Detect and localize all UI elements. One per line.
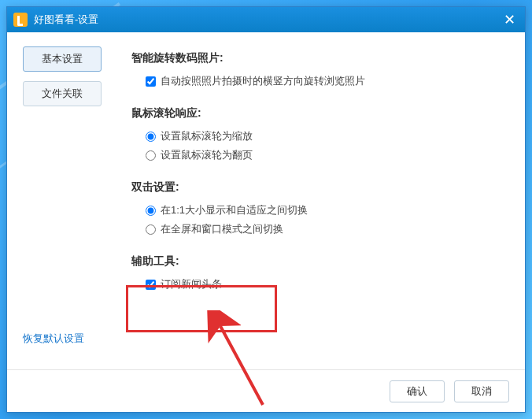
section-title-rotate: 智能旋转数码照片: bbox=[131, 51, 509, 65]
label-dbl-fullscreen: 在全屏和窗口模式之间切换 bbox=[161, 222, 283, 236]
label-news: 订阅新闻头条 bbox=[161, 277, 222, 291]
section-wheel: 鼠标滚轮响应: 设置鼠标滚轮为缩放 设置鼠标滚轮为翻页 bbox=[131, 106, 509, 165]
settings-dialog: 好图看看-设置 ✕ 基本设置 文件关联 智能旋转数码照片: 自动按照照片拍摄时的… bbox=[6, 6, 526, 413]
section-dblclick: 双击设置: 在1:1大小显示和自适应之间切换 在全屏和窗口模式之间切换 bbox=[131, 180, 509, 239]
radio-dbl-fullscreen[interactable] bbox=[146, 224, 156, 235]
label-wheel-page: 设置鼠标滚轮为翻页 bbox=[161, 148, 253, 162]
footer: 确认 取消 bbox=[7, 369, 525, 412]
section-title-wheel: 鼠标滚轮响应: bbox=[131, 106, 509, 121]
opt-news[interactable]: 订阅新闻头条 bbox=[131, 275, 509, 294]
ok-button[interactable]: 确认 bbox=[390, 380, 445, 402]
section-assist: 辅助工具: 订阅新闻头条 bbox=[131, 254, 509, 294]
opt-wheel-zoom[interactable]: 设置鼠标滚轮为缩放 bbox=[131, 127, 509, 146]
checkbox-news[interactable] bbox=[146, 280, 156, 290]
app-logo-icon bbox=[13, 13, 28, 27]
radio-wheel-zoom[interactable] bbox=[146, 132, 156, 142]
sidebar-item-assoc[interactable]: 文件关联 bbox=[23, 81, 102, 106]
section-rotate: 智能旋转数码照片: 自动按照照片拍摄时的横竖方向旋转浏览照片 bbox=[131, 51, 509, 91]
section-title-dblclick: 双击设置: bbox=[131, 180, 509, 195]
titlebar: 好图看看-设置 ✕ bbox=[7, 7, 525, 32]
opt-dbl-fullscreen[interactable]: 在全屏和窗口模式之间切换 bbox=[131, 220, 509, 239]
opt-dbl-fit[interactable]: 在1:1大小显示和自适应之间切换 bbox=[131, 201, 509, 220]
radio-dbl-fit[interactable] bbox=[146, 206, 156, 216]
radio-wheel-page[interactable] bbox=[146, 150, 156, 161]
label-wheel-zoom: 设置鼠标滚轮为缩放 bbox=[161, 129, 253, 143]
sidebar-item-basic[interactable]: 基本设置 bbox=[23, 46, 102, 72]
opt-wheel-page[interactable]: 设置鼠标滚轮为翻页 bbox=[131, 146, 509, 165]
cancel-button[interactable]: 取消 bbox=[454, 380, 509, 402]
restore-defaults-link[interactable]: 恢复默认设置 bbox=[23, 332, 84, 346]
main-panel: 智能旋转数码照片: 自动按照照片拍摄时的横竖方向旋转浏览照片 鼠标滚轮响应: 设… bbox=[109, 46, 509, 369]
opt-auto-rotate[interactable]: 自动按照照片拍摄时的横竖方向旋转浏览照片 bbox=[131, 72, 509, 91]
checkbox-auto-rotate[interactable] bbox=[146, 76, 156, 87]
section-title-assist: 辅助工具: bbox=[131, 254, 509, 269]
sidebar: 基本设置 文件关联 bbox=[23, 46, 109, 369]
label-auto-rotate: 自动按照照片拍摄时的横竖方向旋转浏览照片 bbox=[161, 74, 365, 88]
content-area: 基本设置 文件关联 智能旋转数码照片: 自动按照照片拍摄时的横竖方向旋转浏览照片… bbox=[7, 32, 525, 369]
close-icon[interactable]: ✕ bbox=[500, 10, 519, 29]
window-title: 好图看看-设置 bbox=[34, 13, 500, 27]
label-dbl-fit: 在1:1大小显示和自适应之间切换 bbox=[161, 203, 308, 217]
